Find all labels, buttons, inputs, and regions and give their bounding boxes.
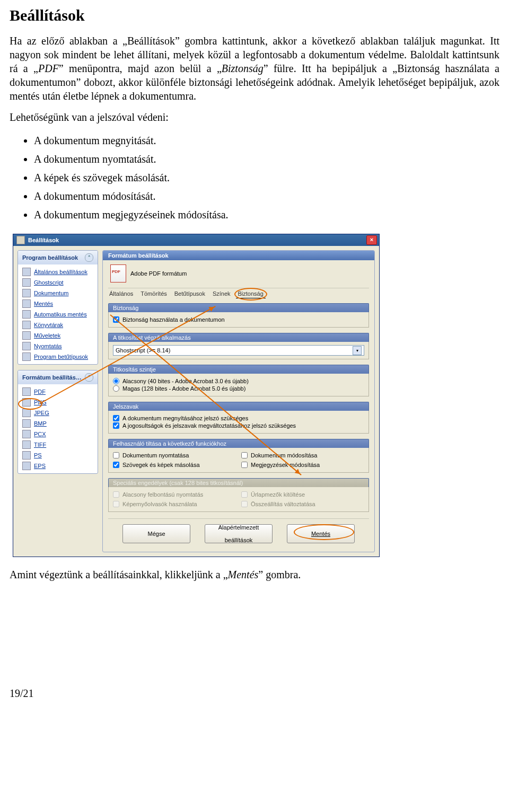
paragraph-outro: Amint végeztünk a beállításainkkal, klik…	[10, 568, 499, 581]
titlebar[interactable]: Beállítások ×	[13, 234, 379, 246]
checkbox-special-form: Űrlapmezők kitöltése	[241, 491, 364, 498]
list-item: A dokumentum nyomtatását.	[34, 150, 499, 169]
save-button[interactable]: Mentés	[287, 524, 355, 543]
pcx-icon	[22, 430, 31, 438]
sidebar-item-png[interactable]: PNG	[20, 397, 95, 408]
tab-colors[interactable]: Színek	[213, 290, 231, 298]
page-icon	[22, 268, 31, 276]
checkbox-pw-open[interactable]: A dokumentum megnyításához jelszó szüksé…	[113, 415, 364, 421]
jpeg-icon	[22, 409, 31, 417]
tab-fonts[interactable]: Betűtípusok	[174, 290, 205, 298]
page-number: 19/21	[10, 687, 499, 700]
sidebar-item-autosave[interactable]: Automatikus mentés	[20, 309, 95, 320]
sidebar-item-bmp[interactable]: BMP	[20, 418, 95, 429]
checkbox-special-assembly: Összeállítás változtatása	[241, 501, 364, 507]
list-item: A dokumentum módosítását.	[34, 187, 499, 206]
close-icon[interactable]: ×	[366, 235, 377, 245]
page-title: Beállítások	[10, 6, 499, 24]
checkbox-special-screenreader: Képernyőolvasók használata	[113, 501, 236, 507]
sidebar-item-eps[interactable]: EPS	[20, 461, 95, 471]
tab-general[interactable]: Általános	[109, 290, 133, 298]
sidebar-item-jpeg[interactable]: JPEG	[20, 408, 95, 418]
gear-icon	[22, 331, 31, 340]
disk-auto-icon	[22, 310, 31, 319]
checkbox-disable-copy[interactable]: Szövegek és képek másolása	[113, 462, 236, 468]
settings-dialog: Beállítások × Program beállítások ˄ Álta…	[13, 234, 380, 557]
group-enc-level-title: Titkosítás szintje	[108, 365, 369, 374]
sidebar-item-ps[interactable]: PS	[20, 450, 95, 461]
group-special-title: Speciális engedélyek (csak 128 bites tit…	[108, 478, 369, 487]
tab-security[interactable]: Biztonság	[238, 290, 264, 298]
bmp-icon	[22, 419, 31, 428]
dropdown-ghostscript[interactable]: Ghostscript (>= 8.14) ▾	[113, 345, 364, 356]
checkbox-disable-print[interactable]: Dokumentum nyomtatása	[113, 452, 236, 458]
cancel-button[interactable]: Mégse	[122, 524, 190, 543]
sidebar-item-pdf[interactable]: PDF	[20, 386, 95, 397]
disk-icon	[22, 299, 31, 308]
font-icon	[22, 352, 31, 361]
checkbox-use-security[interactable]: Biztonság használata a dokumentumon	[113, 316, 364, 323]
window-title: Beállítások	[28, 237, 59, 243]
eps-icon	[22, 462, 31, 470]
format-label: Adobe PDF formátum	[130, 270, 187, 277]
chevron-down-icon: ▾	[353, 346, 362, 355]
png-icon	[22, 398, 31, 407]
ghost-icon	[22, 278, 31, 287]
folder-icon	[22, 321, 31, 329]
defaults-button[interactable]: Alapértelmezettbeállítások	[205, 524, 273, 543]
panel-header-format[interactable]: Formátum beállítás… ˄	[18, 370, 98, 384]
list-item: A dokumentum megnyitását.	[34, 131, 499, 150]
sidebar-item-fonts[interactable]: Program betűtípusok	[20, 351, 95, 362]
tiff-icon	[22, 440, 31, 449]
ps-icon	[22, 451, 31, 460]
printer-icon	[22, 342, 31, 350]
sidebar-item-ghostscript[interactable]: Ghostscript	[20, 277, 95, 288]
bullet-list: A dokumentum megnyitását. A dokumentum n…	[34, 131, 499, 224]
doc-icon	[22, 289, 31, 297]
checkbox-special-lowres: Alacsony felbontású nyomtatás	[113, 491, 236, 498]
sidebar-item-pcx[interactable]: PCX	[20, 429, 95, 439]
pdf-icon	[22, 387, 31, 396]
radio-low[interactable]: Alacsony (40 bites - Adobe Acrobat 3.0 é…	[113, 378, 364, 384]
tab-compression[interactable]: Tömörítés	[141, 290, 167, 298]
sidebar-item-save[interactable]: Mentés	[20, 298, 95, 309]
list-item: A képek és szövegek másolását.	[34, 169, 499, 187]
tabs: Általános Tömörítés Betűtípusok Színek B…	[108, 288, 369, 298]
chevron-up-icon: ˄	[85, 373, 93, 382]
sidebar-item-document[interactable]: Dokumentum	[20, 288, 95, 298]
app-icon	[16, 236, 25, 244]
list-item: A dokumentum megjegyzéseinek módosítása.	[34, 206, 499, 224]
paragraph-lead: Lehetőségünk van a jelszóval védeni:	[10, 110, 499, 124]
checkbox-pw-perm[interactable]: A jogosultságok és jelszavak megváltozta…	[113, 422, 364, 429]
pdf-file-icon	[110, 264, 126, 283]
sidebar-item-tiff[interactable]: TIFF	[20, 439, 95, 450]
panel-header-program[interactable]: Program beállítások ˄	[18, 251, 98, 264]
sidebar-item-actions[interactable]: Műveletek	[20, 330, 95, 341]
content-section-title: Formátum beállítások	[103, 251, 374, 260]
checkbox-disable-comments[interactable]: Megjegyzések módosítása	[241, 462, 364, 468]
sidebar-item-print[interactable]: Nyomtatás	[20, 341, 95, 351]
group-disable-title: Felhasználó tiltása a következő funkciók…	[108, 439, 369, 448]
group-passwords-title: Jelszavak	[108, 402, 369, 411]
radio-high[interactable]: Magas (128 bites - Adobe Acrobat 5.0 és …	[113, 385, 364, 392]
group-security-title: Biztonság	[108, 303, 369, 312]
sidebar-item-general[interactable]: Általános beállítások	[20, 267, 95, 277]
checkbox-disable-modify[interactable]: Dokumentum módosítása	[241, 452, 364, 458]
group-encrypt-app-title: A titkosítást végző alkalmazás	[108, 333, 369, 342]
chevron-up-icon: ˄	[85, 253, 93, 262]
sidebar-item-folders[interactable]: Könyvtárak	[20, 320, 95, 330]
paragraph-intro: Ha az előző ablakban a „Beállítások” gom…	[10, 34, 499, 103]
